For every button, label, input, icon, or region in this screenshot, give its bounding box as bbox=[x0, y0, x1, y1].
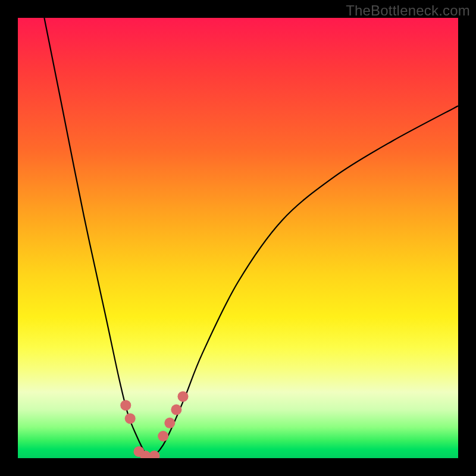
chart-frame: TheBottleneck.com bbox=[0, 0, 476, 476]
plot-area bbox=[18, 18, 458, 458]
curve-marker bbox=[178, 391, 189, 402]
curve-marker bbox=[158, 431, 168, 441]
bottleneck-curve bbox=[18, 18, 458, 458]
watermark-text: TheBottleneck.com bbox=[346, 2, 470, 19]
curve-marker bbox=[125, 413, 136, 424]
curve-marker bbox=[164, 418, 175, 428]
curve-marker bbox=[120, 400, 131, 411]
curve-marker bbox=[171, 405, 181, 415]
